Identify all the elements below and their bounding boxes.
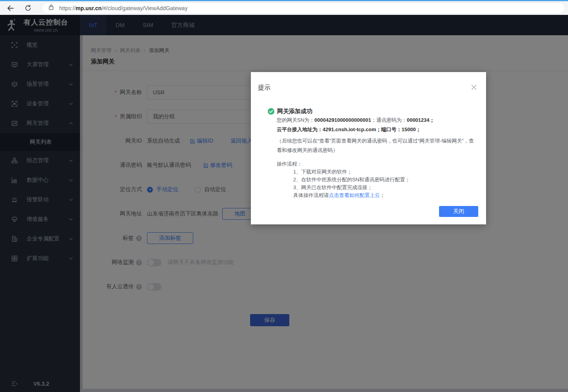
gateway-sn-value: 00004291000000000001 <box>314 117 371 123</box>
app-window: 有人云控制台 www.usr.cn IoT DM SIM 官方商城 概览 大屏管… <box>0 15 568 392</box>
cloud-address-line: 云平台接入地址为：4291.cnsh.iot-tcp.com；端口号：15000… <box>277 125 474 134</box>
address-bar[interactable]: https://mp.usr.cn/#/cloud/gateway/ViewAd… <box>42 2 565 14</box>
step-1: 1、下载对应网关的软件； <box>277 168 474 176</box>
step-2: 2、在软件中把系统分配的SN和通讯密码进行配置； <box>277 176 474 184</box>
url-text: https://mp.usr.cn/#/cloud/gateway/ViewAd… <box>59 5 187 11</box>
browser-back-button[interactable] <box>4 2 17 14</box>
browser-refresh-button[interactable] <box>21 2 34 14</box>
dialog-title: 提示 <box>258 84 270 92</box>
dialog-note: （后续您也可以在“查看”页面查看网关的通讯密码，也可以通过“网关管理-编辑网关”… <box>277 136 474 155</box>
how-to-configure-link[interactable]: 点击查看如何配置上云 <box>329 191 380 199</box>
result-dialog: 提示 网关添加成功 您的网关SN为：00004291000000000001；通… <box>251 72 486 224</box>
close-button[interactable]: 关闭 <box>439 206 478 217</box>
close-icon[interactable] <box>471 85 477 92</box>
browser-chrome: https://mp.usr.cn/#/cloud/gateway/ViewAd… <box>0 0 568 15</box>
sn-password-line: 您的网关SN为：00004291000000000001；通讯密码为：00001… <box>277 116 474 125</box>
success-title: 网关添加成功 <box>277 108 312 115</box>
step-3: 3、网关已在软件中配置完成连接； <box>277 184 474 191</box>
comm-password-value: 00001234； <box>407 117 435 123</box>
success-check-icon <box>268 108 274 115</box>
lock-icon <box>49 4 54 12</box>
steps-title: 操作流程： <box>277 160 474 168</box>
final-line: 具体操作流程请点击查看如何配置上云； <box>277 191 474 199</box>
